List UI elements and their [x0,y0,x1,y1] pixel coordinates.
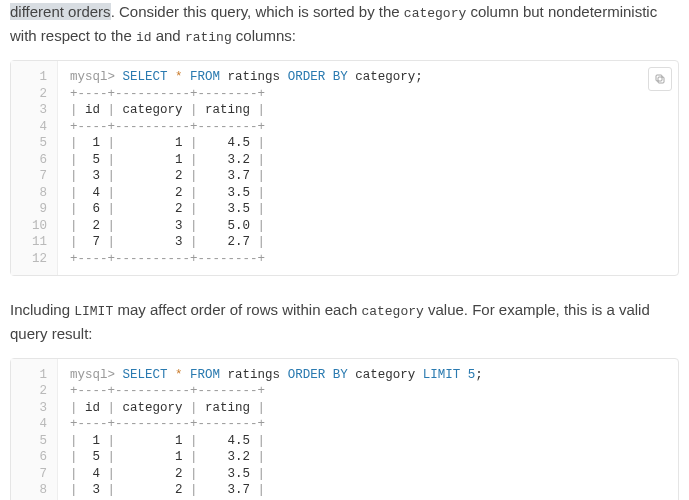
code-lines: mysql> SELECT * FROM ratings ORDER BY ca… [58,61,435,275]
middle-paragraph: Including LIMIT may affect order of rows… [10,298,679,345]
code-block-1: 123456789101112 mysql> SELECT * FROM rat… [10,60,679,276]
line-gutter: 123456789101112 [11,61,58,275]
inline-code: rating [185,30,232,45]
code-block-2: 123456789 mysql> SELECT * FROM ratings O… [10,358,679,500]
inline-code: category [361,304,423,319]
svg-rect-1 [656,75,662,81]
copy-button[interactable] [648,67,672,91]
intro-paragraph: different orders. Consider this query, w… [10,0,679,48]
svg-rect-0 [658,77,664,83]
copy-icon [654,73,666,85]
inline-code: id [136,30,152,45]
highlight-text: different orders [10,3,111,20]
line-gutter: 123456789 [11,359,58,500]
inline-code: LIMIT [74,304,113,319]
inline-code: category [404,6,466,21]
code-lines: mysql> SELECT * FROM ratings ORDER BY ca… [58,359,495,500]
